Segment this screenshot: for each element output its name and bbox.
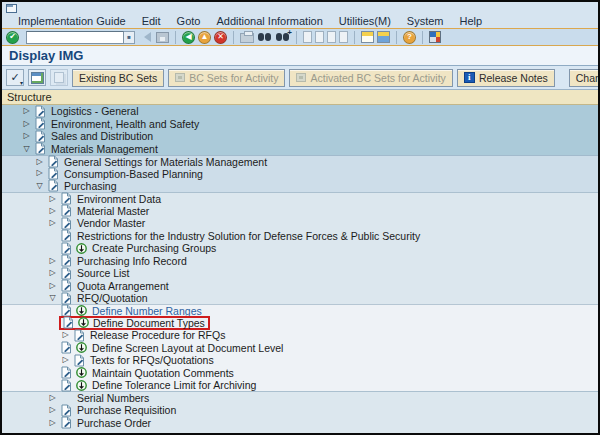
- tree-node-label[interactable]: Restrictions for the Industry Solution f…: [74, 230, 420, 242]
- menu-item[interactable]: Help: [452, 15, 491, 28]
- tree-node-label[interactable]: Define Document Types: [91, 317, 205, 329]
- expand-arrow-icon[interactable]: ▷: [46, 406, 59, 414]
- command-history-icon[interactable]: ■: [124, 31, 135, 44]
- tree-row[interactable]: ▷Sales and Distribution: [2, 130, 598, 142]
- tree-node-label[interactable]: RFQ/Quotation: [74, 292, 148, 304]
- expand-arrow-icon[interactable]: ▷: [46, 207, 59, 215]
- tree-row[interactable]: ▷Serial Numbers: [2, 391, 598, 403]
- menu-item[interactable]: Goto: [169, 15, 209, 28]
- choose-icon[interactable]: [6, 69, 24, 86]
- tree-node-label[interactable]: Sales and Distribution: [48, 130, 153, 142]
- tree-node-label[interactable]: Purchase Order: [74, 417, 151, 429]
- img-activity-icon[interactable]: [74, 379, 89, 392]
- first-page-icon[interactable]: [303, 31, 312, 43]
- previous-page-icon[interactable]: [315, 31, 324, 43]
- tree-row[interactable]: ▷Texts for RFQs/Quotations: [2, 354, 598, 366]
- tree-node-label[interactable]: Purchase Requisition: [74, 404, 176, 416]
- menu-item[interactable]: System: [399, 15, 452, 28]
- tree-row[interactable]: ▽Materials Management: [2, 142, 598, 154]
- tree-node-label[interactable]: Quota Arrangement: [74, 280, 169, 292]
- tree-row[interactable]: ▷Material Master: [2, 205, 598, 217]
- tree-row[interactable]: ▷Purchasing Info Record: [2, 254, 598, 266]
- tree-node-label[interactable]: Materials Management: [48, 143, 158, 155]
- tree-row[interactable]: ▷Release Procedure for RFQs: [2, 329, 598, 341]
- tree-node-label[interactable]: Logistics - General: [48, 105, 139, 117]
- tree-node-label[interactable]: General Settings for Materials Managemen…: [61, 156, 267, 168]
- tree-node-label[interactable]: Maintain Quotation Comments: [89, 367, 234, 379]
- collapse-arrow-icon[interactable]: ▽: [46, 294, 59, 302]
- collapse-arrow-icon[interactable]: ▽: [20, 145, 33, 153]
- tree-row[interactable]: ▷Purchase Requisition: [2, 404, 598, 416]
- expand-arrow-icon[interactable]: ▷: [20, 120, 33, 128]
- img-activity-icon[interactable]: [76, 316, 91, 329]
- find-next-icon[interactable]: [275, 32, 290, 42]
- tree-node-label[interactable]: Vendor Master: [74, 217, 145, 229]
- help-icon[interactable]: ?: [403, 31, 416, 44]
- expand-arrow-icon[interactable]: ▷: [46, 394, 59, 402]
- expand-arrow-icon[interactable]: ▷: [46, 195, 59, 203]
- expand-arrow-icon[interactable]: ▷: [46, 269, 59, 277]
- customize-layout-icon[interactable]: [429, 31, 441, 43]
- tree-row[interactable]: ▷Environment, Health and Safety: [2, 117, 598, 129]
- collapse-arrow-icon[interactable]: ▽: [33, 182, 46, 190]
- tree-node-label[interactable]: Material Master: [74, 205, 149, 217]
- new-session-icon[interactable]: [361, 31, 374, 43]
- tree-node-label[interactable]: Purchasing Info Record: [74, 255, 187, 267]
- tree-row[interactable]: ▷Environment Data: [2, 192, 598, 204]
- tree-node-label[interactable]: Serial Numbers: [74, 392, 149, 404]
- expand-arrow-icon[interactable]: ▷: [46, 219, 59, 227]
- save-icon[interactable]: [156, 32, 169, 43]
- menu-item[interactable]: Implementation Guide: [10, 15, 134, 28]
- tree-node-label[interactable]: Source List: [74, 267, 130, 279]
- tree-node-label[interactable]: Purchasing: [61, 180, 117, 192]
- tree-row[interactable]: ▷Purchase Order: [2, 416, 598, 428]
- tree-node-label[interactable]: Environment Data: [74, 193, 161, 205]
- tree-row[interactable]: Define Number Ranges: [2, 304, 598, 316]
- menu-item[interactable]: Edit: [134, 15, 169, 28]
- tree-node-label[interactable]: Define Screen Layout at Document Level: [89, 342, 283, 354]
- tree-node-label[interactable]: Release Procedure for RFQs: [87, 329, 225, 341]
- tree-row[interactable]: ▷General Settings for Materials Manageme…: [2, 155, 598, 167]
- enter-icon[interactable]: ✔: [6, 31, 19, 44]
- tree-row[interactable]: Create Purchasing Groups: [2, 242, 598, 254]
- expand-arrow-icon[interactable]: ▷: [46, 282, 59, 290]
- tree-row[interactable]: ▽RFQ/Quotation: [2, 292, 598, 304]
- tree-node-label[interactable]: Define Tolerance Limit for Archiving: [89, 379, 256, 391]
- expand-arrow-icon[interactable]: ▷: [33, 169, 46, 177]
- tree-row[interactable]: ▷Vendor Master: [2, 217, 598, 229]
- expand-arrow-icon[interactable]: ▷: [46, 257, 59, 265]
- expand-arrow-icon[interactable]: ▷: [20, 107, 33, 115]
- tree-node-label[interactable]: Consumption-Based Planning: [61, 168, 203, 180]
- tree-row[interactable]: ▷Quota Arrangement: [2, 279, 598, 291]
- tree-row[interactable]: ▷Logistics - General: [2, 105, 598, 117]
- tree-row[interactable]: Define Screen Layout at Document Level: [2, 342, 598, 354]
- system-menu-icon[interactable]: [6, 4, 17, 13]
- change-log-button[interactable]: Change Log: [569, 69, 600, 87]
- expand-arrow-icon[interactable]: ▷: [59, 356, 72, 364]
- create-shortcut-icon[interactable]: [377, 31, 390, 43]
- position-icon[interactable]: [28, 69, 46, 86]
- img-activity-icon[interactable]: [74, 341, 89, 354]
- release-notes-button[interactable]: iRelease Notes: [457, 69, 555, 87]
- tree-node-label[interactable]: Texts for RFQs/Quotations: [87, 354, 214, 366]
- exit-icon[interactable]: ▲: [198, 31, 211, 44]
- tree-row[interactable]: ▷Source List: [2, 267, 598, 279]
- find-icon[interactable]: [257, 32, 272, 42]
- back-icon[interactable]: ◀: [182, 31, 195, 44]
- tree-node-label[interactable]: Create Purchasing Groups: [89, 242, 216, 254]
- menu-item[interactable]: Utilities(M): [331, 15, 399, 28]
- cancel-icon[interactable]: ✕: [214, 31, 227, 44]
- tree-row[interactable]: Define Document Types: [2, 317, 598, 329]
- existing-bc-sets-button[interactable]: Existing BC Sets: [72, 69, 164, 87]
- tree-row[interactable]: Define Tolerance Limit for Archiving: [2, 379, 598, 391]
- tree-row[interactable]: Restrictions for the Industry Solution f…: [2, 230, 598, 242]
- command-input[interactable]: [26, 31, 124, 44]
- last-page-icon[interactable]: [339, 31, 348, 43]
- print-icon[interactable]: [240, 33, 254, 43]
- tree-node-label[interactable]: Environment, Health and Safety: [48, 118, 199, 130]
- expand-arrow-icon[interactable]: ▷: [33, 158, 46, 166]
- enter-left-icon[interactable]: [144, 32, 151, 42]
- tree-row[interactable]: ▽Purchasing: [2, 180, 598, 192]
- expand-arrow-icon[interactable]: ▷: [20, 132, 33, 140]
- img-activity-icon[interactable]: [74, 242, 89, 255]
